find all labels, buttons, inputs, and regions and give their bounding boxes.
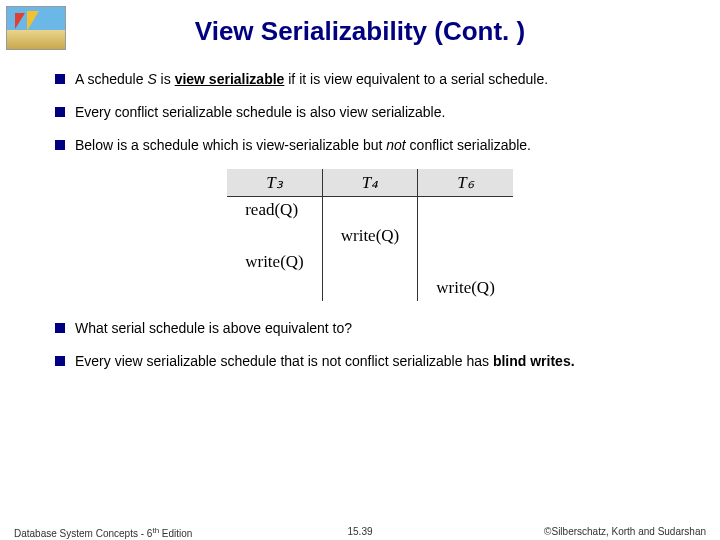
col-header: T₆ xyxy=(418,169,513,197)
logo-image xyxy=(6,6,66,50)
table-row: write(Q) xyxy=(227,249,513,275)
bullet-square-icon xyxy=(55,323,65,333)
bullet-text: A schedule S is view serializable if it … xyxy=(75,70,548,89)
col-header: T₄ xyxy=(322,169,418,197)
table-row: read(Q) xyxy=(227,196,513,223)
bullet-item: Every view serializable schedule that is… xyxy=(55,352,685,371)
bullet-item: Every conflict serializable schedule is … xyxy=(55,103,685,122)
table-row: write(Q) xyxy=(227,275,513,301)
bullet-text: Below is a schedule which is view-serial… xyxy=(75,136,531,155)
slide-content: A schedule S is view serializable if it … xyxy=(55,70,685,384)
bullet-item: Below is a schedule which is view-serial… xyxy=(55,136,685,155)
schedule-table-wrap: T₃ T₄ T₆ read(Q) write(Q) write(Q) xyxy=(55,169,685,301)
table-row: write(Q) xyxy=(227,223,513,249)
col-header: T₃ xyxy=(227,169,322,197)
bullet-square-icon xyxy=(55,140,65,150)
slide-title: View Serializability (Cont. ) xyxy=(0,0,720,47)
schedule-table: T₃ T₄ T₆ read(Q) write(Q) write(Q) xyxy=(227,169,513,301)
footer-right: ©Silberschatz, Korth and Sudarshan xyxy=(544,526,706,537)
bullet-text: Every view serializable schedule that is… xyxy=(75,352,575,371)
bullet-text: Every conflict serializable schedule is … xyxy=(75,103,445,122)
bullet-square-icon xyxy=(55,107,65,117)
bullet-text: What serial schedule is above equivalent… xyxy=(75,319,352,338)
bullet-item: A schedule S is view serializable if it … xyxy=(55,70,685,89)
bullet-square-icon xyxy=(55,74,65,84)
bullet-square-icon xyxy=(55,356,65,366)
bullet-item: What serial schedule is above equivalent… xyxy=(55,319,685,338)
